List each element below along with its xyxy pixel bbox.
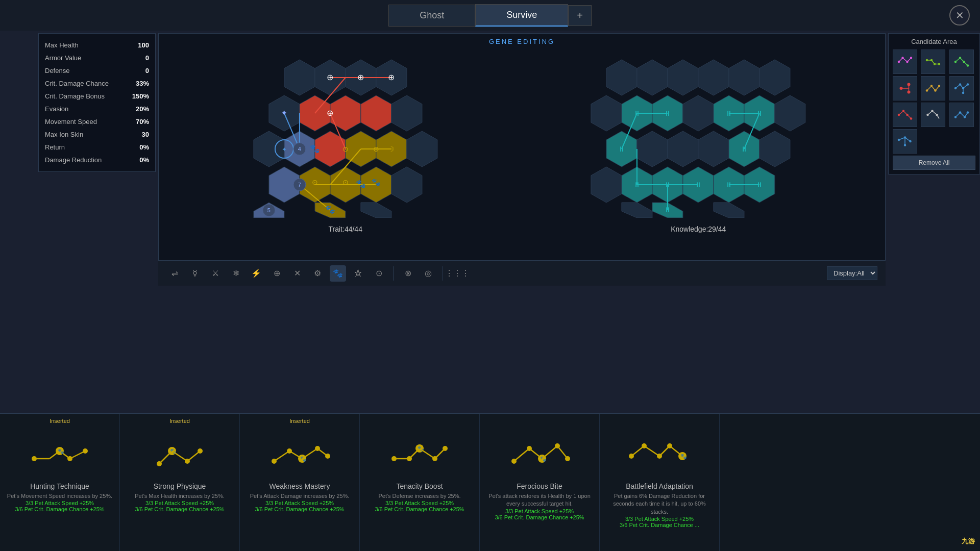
- svg-text:⊕: ⊕: [327, 109, 333, 117]
- svg-point-211: [443, 446, 448, 451]
- svg-line-208: [420, 448, 435, 459]
- svg-point-201: [325, 454, 330, 459]
- svg-point-166: [963, 116, 966, 118]
- filter-icon-4[interactable]: ❄: [228, 265, 244, 282]
- svg-line-225: [644, 446, 659, 456]
- svg-marker-63: [591, 95, 622, 131]
- svg-text:⏸: ⏸: [756, 181, 763, 189]
- stat-return: Return 0%: [39, 141, 155, 154]
- svg-marker-71: [637, 131, 668, 167]
- candidate-item-5[interactable]: [921, 76, 945, 101]
- tab-survive[interactable]: Survive: [475, 4, 568, 27]
- candidate-item-10[interactable]: [893, 129, 917, 154]
- card-title-1: Strong Physique: [154, 482, 206, 490]
- card-stat-4-1: 3/6 Pet Crit. Damage Chance +25%: [495, 514, 584, 520]
- filter-icon-paw[interactable]: 🐾: [330, 265, 346, 282]
- remove-all-button[interactable]: Remove All: [893, 156, 975, 170]
- svg-point-146: [966, 83, 969, 86]
- filter-icon-1[interactable]: ⇌: [166, 265, 183, 282]
- svg-point-147: [962, 92, 964, 94]
- svg-marker-58: [637, 60, 668, 95]
- card-stat-4-0: 3/3 Pet Attack Speed +25%: [505, 508, 574, 514]
- card-strong-physique[interactable]: Inserted 🐾 Strong Physique Pet's Max Hea…: [120, 414, 240, 551]
- svg-point-159: [932, 110, 934, 112]
- filter-icon-5[interactable]: ⚡: [248, 265, 264, 282]
- svg-point-124: [959, 57, 961, 59]
- stat-movement: Movement Speed 70%: [39, 115, 155, 128]
- svg-text:⏸: ⏸: [725, 109, 732, 117]
- filter-icon-9[interactable]: ⛤: [350, 265, 366, 282]
- card-ferocious-bite[interactable]: 🐾 Ferocious Bite Pet's attack restores i…: [480, 414, 600, 551]
- card-icon-ferocious: 🐾: [509, 433, 570, 474]
- svg-text:5: 5: [267, 207, 271, 213]
- display-select[interactable]: Display:All: [827, 266, 877, 280]
- svg-point-109: [898, 61, 900, 63]
- card-icon-physique: 🐾: [149, 433, 210, 474]
- stat-evasion: Evasion 20%: [39, 103, 155, 115]
- filter-icon-3[interactable]: ⚔: [207, 265, 224, 282]
- filter-icon-12[interactable]: ◎: [420, 265, 436, 282]
- svg-point-167: [966, 111, 969, 114]
- card-desc-4: Pet's attack restores its Health by 1 up…: [486, 492, 593, 508]
- card-hunting-technique[interactable]: Inserted 🐾 Hunting Technique Pet's Movem…: [0, 414, 120, 551]
- candidate-item-4[interactable]: [893, 76, 917, 101]
- svg-point-223: [629, 454, 634, 459]
- filter-icon-8[interactable]: ⚙: [309, 265, 326, 282]
- card-stat-1-1: 3/6 Pet Crit. Damage Chance +25%: [135, 506, 224, 512]
- gene-label: GENE EDITING: [159, 34, 885, 49]
- svg-text:⊙: ⊙: [342, 145, 349, 153]
- svg-point-193: [272, 459, 277, 464]
- candidate-item-2[interactable]: [921, 49, 945, 74]
- card-desc-2: Pet's Attack Damage increases by 25%.: [250, 492, 350, 500]
- candidate-item-7[interactable]: [893, 103, 917, 127]
- candidate-item-6[interactable]: [949, 76, 974, 101]
- filter-icon-13[interactable]: ⋮⋮⋮: [449, 265, 465, 282]
- candidate-item-9[interactable]: [949, 103, 974, 127]
- candidate-item-1[interactable]: [893, 49, 917, 74]
- close-button[interactable]: ✕: [949, 5, 970, 26]
- candidate-icon-1: [896, 53, 914, 71]
- filter-icon-11[interactable]: ⊗: [400, 265, 416, 282]
- card-stat-3-1: 3/6 Pet Crit. Damage Chance +25%: [375, 506, 464, 512]
- svg-marker-61: [729, 60, 760, 95]
- candidate-icon-8: [924, 106, 942, 124]
- cards-area: Inserted 🐾 Hunting Technique Pet's Movem…: [0, 413, 980, 551]
- card-title-3: Tenacity Boost: [396, 482, 443, 490]
- knowledge-label: Knowledge:29/44: [529, 225, 868, 233]
- svg-marker-76: [591, 167, 622, 203]
- candidate-icon-6: [952, 79, 971, 97]
- candidate-item-8[interactable]: [921, 103, 945, 127]
- svg-point-111: [906, 61, 909, 63]
- svg-point-144: [959, 83, 961, 86]
- svg-point-154: [910, 117, 913, 120]
- card-badge-0: Inserted: [50, 418, 70, 424]
- card-desc-0: Pet's Movement Speed increases by 25%.: [7, 492, 112, 500]
- svg-point-123: [954, 61, 957, 63]
- svg-point-174: [904, 144, 906, 146]
- candidate-grid: [893, 49, 975, 154]
- filter-icon-2[interactable]: ☿: [187, 265, 203, 282]
- knowledge-section: ⏸ ⏸ ⏸ ⏸ ⏸ ⏸ ⏸ ⏸ ⏸ ⏸ ⏸ ⏸ Knowledge:29/44: [529, 55, 868, 255]
- card-stat-5-0: 3/3 Pet Attack Speed +25%: [625, 516, 694, 522]
- stats-panel: Max Health 100 Armor Value 0 Defense 0 C…: [38, 33, 156, 172]
- tab-ghost[interactable]: Ghost: [388, 5, 475, 27]
- card-tenacity-boost[interactable]: 🐾 Tenacity Boost Pet's Defense increases…: [360, 414, 480, 551]
- card-icon-area-3: 🐾: [366, 428, 473, 479]
- svg-point-171: [898, 139, 900, 141]
- card-battlefield-adaptation[interactable]: 🐾 Battlefield Adaptation Pet gains 6% Da…: [600, 414, 720, 551]
- tab-add-button[interactable]: +: [568, 5, 592, 26]
- filter-icon-10[interactable]: ⊙: [371, 265, 387, 282]
- candidate-item-3[interactable]: [949, 49, 974, 74]
- trait-hex-svg: ⊕ ⊕ ⊕ ⊕ ✦ ✦ 🐾 ⊙ ⊕ ☽ ⊙ ⊙ 🐾 4 7: [176, 55, 515, 218]
- svg-point-221: [565, 456, 570, 461]
- svg-marker-8: [391, 95, 422, 131]
- filter-icon-7[interactable]: ✕: [289, 265, 305, 282]
- svg-point-143: [954, 87, 957, 90]
- knowledge-hex-svg: ⏸ ⏸ ⏸ ⏸ ⏸ ⏸ ⏸ ⏸ ⏸ ⏸ ⏸ ⏸: [529, 55, 868, 218]
- svg-point-205: [407, 456, 412, 461]
- card-weakness-mastery[interactable]: Inserted 🐾 Weakness Mastery Pet's Attack…: [240, 414, 360, 551]
- svg-text:⊙: ⊙: [312, 178, 318, 186]
- card-badge-1: Inserted: [169, 418, 190, 424]
- svg-text:☽: ☽: [388, 145, 395, 153]
- filter-icon-6[interactable]: ⊕: [268, 265, 285, 282]
